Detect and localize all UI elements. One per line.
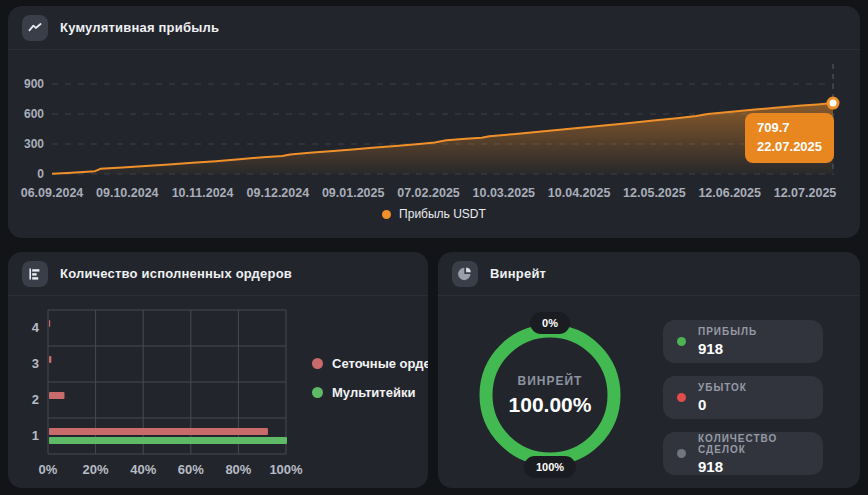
legend-label: Сеточные ордера xyxy=(332,356,428,371)
line-chart-icon xyxy=(22,15,48,41)
svg-text:06.09.2024: 06.09.2024 xyxy=(21,186,84,200)
svg-text:12.06.2025: 12.06.2025 xyxy=(698,186,761,200)
legend-dot xyxy=(382,210,391,219)
svg-text:60%: 60% xyxy=(178,462,204,477)
dashboard: Кумулятивная прибыль 030060090006.09.202… xyxy=(0,0,868,494)
svg-text:10.04.2025: 10.04.2025 xyxy=(548,186,611,200)
profit-legend[interactable]: Прибыль USDT xyxy=(8,204,860,224)
winrate-body: ВИНРЕЙТ 100.00% 0% 100% ПРИБЫЛЬ918УБЫТОК… xyxy=(438,296,860,487)
svg-text:07.02.2025: 07.02.2025 xyxy=(397,186,460,200)
svg-text:3: 3 xyxy=(32,356,39,371)
orders-header: Количество исполненных ордеров xyxy=(8,252,428,296)
cumulative-profit-panel: Кумулятивная прибыль 030060090006.09.202… xyxy=(8,6,860,238)
winrate-stats: ПРИБЫЛЬ918УБЫТОК0КОЛИЧЕСТВО СДЕЛОК918 xyxy=(663,320,823,487)
svg-text:12.05.2025: 12.05.2025 xyxy=(623,186,686,200)
legend-dot xyxy=(312,387,323,398)
svg-text:12.07.2025: 12.07.2025 xyxy=(774,186,837,200)
winrate-badge-100: 100% xyxy=(524,456,576,478)
stat-dot xyxy=(677,449,686,458)
stat-card: УБЫТОК0 xyxy=(663,376,823,419)
stat-card: ПРИБЫЛЬ918 xyxy=(663,320,823,363)
svg-text:1: 1 xyxy=(32,428,39,443)
panel-title: Количество исполненных ордеров xyxy=(60,266,292,281)
stat-dot xyxy=(677,393,686,402)
stat-label: ПРИБЫЛЬ xyxy=(698,326,757,337)
orders-chart-svg: 0%20%40%60%80%100%4321 xyxy=(16,302,306,480)
stat-dot xyxy=(677,337,686,346)
svg-text:0: 0 xyxy=(37,167,44,181)
svg-text:4: 4 xyxy=(32,320,40,335)
stat-value: 918 xyxy=(698,458,809,475)
svg-text:10.11.2024: 10.11.2024 xyxy=(172,186,234,200)
tooltip-date: 22.07.2025 xyxy=(757,138,822,157)
legend-label: Прибыль USDT xyxy=(399,207,486,221)
legend-item[interactable]: Сеточные ордера xyxy=(312,356,428,371)
winrate-donut: ВИНРЕЙТ 100.00% 0% 100% xyxy=(462,303,638,487)
bottom-row: Количество исполненных ордеров 0%20%40%6… xyxy=(8,252,860,488)
svg-text:0%: 0% xyxy=(39,462,58,477)
svg-text:2: 2 xyxy=(32,392,39,407)
profit-tooltip: 709.7 22.07.2025 xyxy=(745,113,834,163)
svg-text:09.10.2024: 09.10.2024 xyxy=(96,186,159,200)
stat-card: КОЛИЧЕСТВО СДЕЛОК918 xyxy=(663,432,823,475)
svg-text:80%: 80% xyxy=(225,462,251,477)
legend-dot xyxy=(312,358,323,369)
svg-text:20%: 20% xyxy=(83,462,109,477)
stat-label: УБЫТОК xyxy=(698,382,747,393)
orders-chart: 0%20%40%60%80%100%4321 Сеточные ордераМу… xyxy=(8,296,428,480)
legend-label: Мультитейки xyxy=(332,385,415,400)
orders-legend: Сеточные ордераМультитейки xyxy=(312,356,428,400)
svg-text:300: 300 xyxy=(24,137,44,151)
winrate-header: Винрейт xyxy=(438,252,860,296)
panel-title: Винрейт xyxy=(490,266,546,281)
panel-title: Кумулятивная прибыль xyxy=(60,20,219,35)
profit-chart-svg: 030060090006.09.202409.10.202410.11.2024… xyxy=(22,56,846,202)
pie-chart-icon xyxy=(452,261,478,287)
tooltip-value: 709.7 xyxy=(757,119,822,138)
svg-text:10.03.2025: 10.03.2025 xyxy=(473,186,536,200)
stat-value: 0 xyxy=(698,396,747,413)
winrate-center-value: 100.00% xyxy=(509,393,592,417)
svg-text:09.12.2024: 09.12.2024 xyxy=(247,186,310,200)
profit-chart: 030060090006.09.202409.10.202410.11.2024… xyxy=(22,56,846,202)
legend-item[interactable]: Мультитейки xyxy=(312,385,428,400)
winrate-panel: Винрейт ВИНРЕЙТ 100.00% 0% 100% ПРИБЫЛЬ9… xyxy=(438,252,860,488)
winrate-center-label: ВИНРЕЙТ xyxy=(518,374,583,388)
svg-text:100%: 100% xyxy=(269,462,303,477)
svg-text:09.01.2025: 09.01.2025 xyxy=(322,186,385,200)
stat-label: КОЛИЧЕСТВО СДЕЛОК xyxy=(698,433,809,455)
executed-orders-panel: Количество исполненных ордеров 0%20%40%6… xyxy=(8,252,428,488)
svg-text:900: 900 xyxy=(24,77,44,91)
cumulative-profit-header: Кумулятивная прибыль xyxy=(8,6,860,50)
stat-value: 918 xyxy=(698,340,757,357)
svg-text:600: 600 xyxy=(24,107,44,121)
bar-chart-icon xyxy=(22,261,48,287)
svg-text:40%: 40% xyxy=(130,462,156,477)
winrate-badge-0: 0% xyxy=(530,312,570,334)
